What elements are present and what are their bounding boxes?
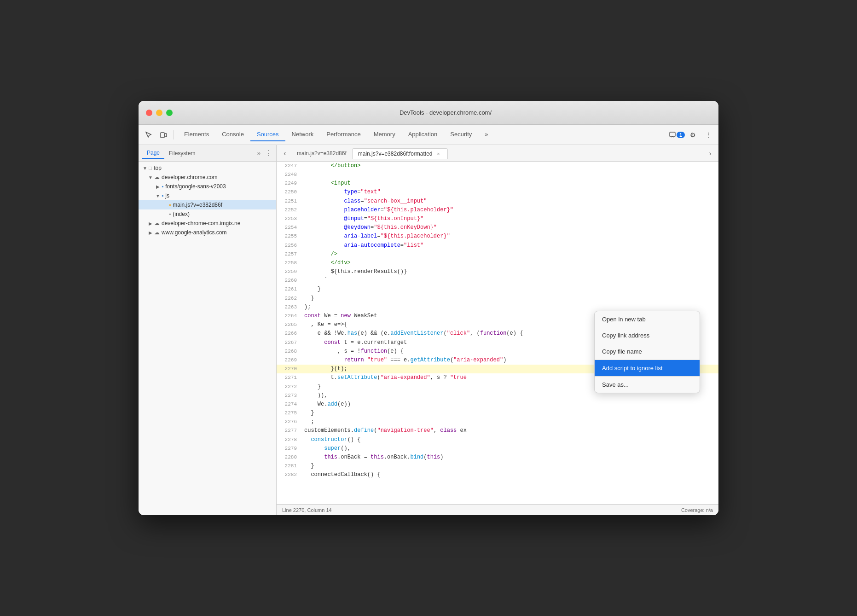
tab-console[interactable]: Console <box>215 128 250 141</box>
code-tab-bar: ‹ main.js?v=e382d86f main.js?v=e382d86f:… <box>277 145 718 162</box>
cursor-position: Line 2270, Column 14 <box>282 507 332 513</box>
close-button[interactable] <box>146 110 152 116</box>
status-bar: Line 2270, Column 14 Coverage: n/a <box>277 504 718 515</box>
context-menu-label-copy-link: Copy link address <box>602 332 649 339</box>
code-line-2279: 2279 super(), <box>277 444 718 453</box>
tab-memory[interactable]: Memory <box>367 128 402 141</box>
tree-item-index[interactable]: ▪ (index) <box>139 209 276 219</box>
device-toggle-button[interactable] <box>157 128 170 141</box>
toolbar-divider-1 <box>174 130 174 139</box>
sidebar-tab-bar: Page Filesystem » ⋮ <box>139 145 276 162</box>
tab-application[interactable]: Application <box>402 128 444 141</box>
title-bar: DevTools - developer.chrome.com/ <box>139 101 718 125</box>
code-line-2274: 2274 We.add(e)) <box>277 400 718 409</box>
file-icon-main-js: ▪ <box>169 202 171 208</box>
context-menu-add-ignore-list[interactable]: Add script to ignore list <box>595 360 700 376</box>
tab-elements[interactable]: Elements <box>178 128 215 141</box>
context-menu-copy-filename[interactable]: Copy file name <box>595 343 700 360</box>
main-content: Page Filesystem » ⋮ ▼ □ top ▼ ☁ develope… <box>139 145 718 515</box>
code-line-2257: 2257 /> <box>277 250 718 259</box>
code-line-2281: 2281 } <box>277 462 718 471</box>
settings-button[interactable]: ⚙ <box>686 128 699 141</box>
code-area: ‹ main.js?v=e382d86f main.js?v=e382d86f:… <box>277 145 718 515</box>
tab-sources[interactable]: Sources <box>250 128 285 141</box>
context-menu: Open in new tab Copy link address Copy f… <box>594 311 700 393</box>
more-options-button[interactable]: ⋮ <box>702 128 715 141</box>
code-tab-main-js-formatted[interactable]: main.js?v=e382d86f:formatted × <box>352 148 448 159</box>
code-line-2276: 2276 ; <box>277 418 718 426</box>
code-line-2255: 2255 aria-label="${this.placeholder}" <box>277 232 718 241</box>
tree-item-imgix[interactable]: ▶ ☁ developer-chrome-com.imgix.ne <box>139 219 276 228</box>
code-tab-label-1: main.js?v=e382d86f <box>297 150 347 157</box>
code-line-2254: 2254 @keydown="${this.onKeyDown}" <box>277 223 718 232</box>
folder-icon-fonts: ▪ <box>162 183 163 190</box>
message-badge-button[interactable]: 1 <box>671 128 683 141</box>
tree-label-imgix: developer-chrome-com.imgix.ne <box>162 220 240 227</box>
tree-item-js-folder[interactable]: ▼ ▪ js <box>139 191 276 200</box>
tree-arrow-fonts: ▶ <box>155 184 161 189</box>
code-tab-close[interactable]: × <box>435 151 442 157</box>
message-badge: 1 <box>677 132 685 138</box>
code-line-2261: 2261 } <box>277 285 718 294</box>
code-tab-label-2: main.js?v=e382d86f:formatted <box>358 151 433 157</box>
tree-arrow-js: ▼ <box>155 193 161 198</box>
main-toolbar: Elements Console Sources Network Perform… <box>139 125 718 145</box>
tree-arrow-chrome-dev: ▼ <box>148 174 153 180</box>
coverage-status: Coverage: n/a <box>681 507 713 513</box>
context-menu-label-save-as: Save as... <box>602 381 629 388</box>
sidebar-tab-filesystem[interactable]: Filesystem <box>164 148 200 158</box>
context-menu-open-new-tab[interactable]: Open in new tab <box>595 311 700 327</box>
context-menu-label-open-new-tab: Open in new tab <box>602 316 646 323</box>
code-tab-main-js[interactable]: main.js?v=e382d86f <box>291 148 352 158</box>
code-line-2282: 2282 connectedCallback() { <box>277 471 718 479</box>
tree-item-chrome-dev[interactable]: ▼ ☁ developer.chrome.com <box>139 173 276 182</box>
sidebar-tab-page[interactable]: Page <box>142 148 164 159</box>
window-title: DevTools - developer.chrome.com/ <box>180 109 711 116</box>
tree-arrow-imgix: ▶ <box>148 221 153 226</box>
tree-arrow-top: ▼ <box>142 165 148 171</box>
tree-item-fonts[interactable]: ▶ ▪ fonts/google-sans-v2003 <box>139 182 276 191</box>
code-line-2277: 2277 customElements.define("navigation-t… <box>277 426 718 435</box>
sidebar-file-tree: ▼ □ top ▼ ☁ developer.chrome.com ▶ ▪ fon… <box>139 162 276 515</box>
sidebar-tab-more[interactable]: » <box>255 149 263 157</box>
tree-label-index: (index) <box>173 211 190 217</box>
tab-network[interactable]: Network <box>285 128 320 141</box>
folder-icon-js: ▪ <box>162 192 163 199</box>
code-line-2250: 2250 type="text" <box>277 188 718 197</box>
code-line-2248: 2248 <box>277 170 718 179</box>
svg-rect-0 <box>161 133 164 138</box>
tree-item-top[interactable]: ▼ □ top <box>139 163 276 173</box>
maximize-button[interactable] <box>166 110 173 116</box>
tab-more[interactable]: » <box>478 128 494 141</box>
context-menu-label-ignore: Add script to ignore list <box>602 365 663 372</box>
code-line-2253: 2253 @input="${this.onInput}" <box>277 215 718 223</box>
code-line-2258: 2258 </div> <box>277 259 718 267</box>
inspect-element-button[interactable] <box>142 128 155 141</box>
tree-item-main-js[interactable]: ▪ main.js?v=e382d86f <box>139 200 276 209</box>
tree-label-fonts: fonts/google-sans-v2003 <box>165 183 226 190</box>
tab-security[interactable]: Security <box>444 128 478 141</box>
code-line-2278: 2278 constructor() { <box>277 436 718 444</box>
tree-arrow-analytics: ▶ <box>148 230 153 235</box>
tree-label-analytics: www.google-analytics.com <box>162 229 226 236</box>
tree-label-main-js: main.js?v=e382d86f <box>173 202 222 208</box>
code-line-2262: 2262 } <box>277 294 718 303</box>
code-line-2280: 2280 this.onBack = this.onBack.bind(this… <box>277 453 718 462</box>
tree-item-analytics[interactable]: ▶ ☁ www.google-analytics.com <box>139 228 276 237</box>
code-line-2259: 2259 ${this.renderResults()} <box>277 267 718 276</box>
sidebar: Page Filesystem » ⋮ ▼ □ top ▼ ☁ develope… <box>139 145 277 515</box>
code-collapse-button[interactable]: › <box>704 147 717 160</box>
code-line-2260: 2260 ` <box>277 276 718 285</box>
code-back-button[interactable]: ‹ <box>278 147 291 160</box>
folder-icon-top: □ <box>149 165 152 171</box>
file-icon-index: ▪ <box>169 211 171 217</box>
toolbar-right: 1 ⚙ ⋮ <box>671 128 715 141</box>
tree-label-top: top <box>154 165 162 171</box>
tab-performance[interactable]: Performance <box>320 128 367 141</box>
cloud-icon-analytics: ☁ <box>154 229 160 236</box>
tree-label-js: js <box>165 192 169 199</box>
context-menu-copy-link[interactable]: Copy link address <box>595 327 700 343</box>
minimize-button[interactable] <box>156 110 162 116</box>
context-menu-save-as[interactable]: Save as... <box>595 377 700 393</box>
sidebar-menu-button[interactable]: ⋮ <box>265 149 272 157</box>
